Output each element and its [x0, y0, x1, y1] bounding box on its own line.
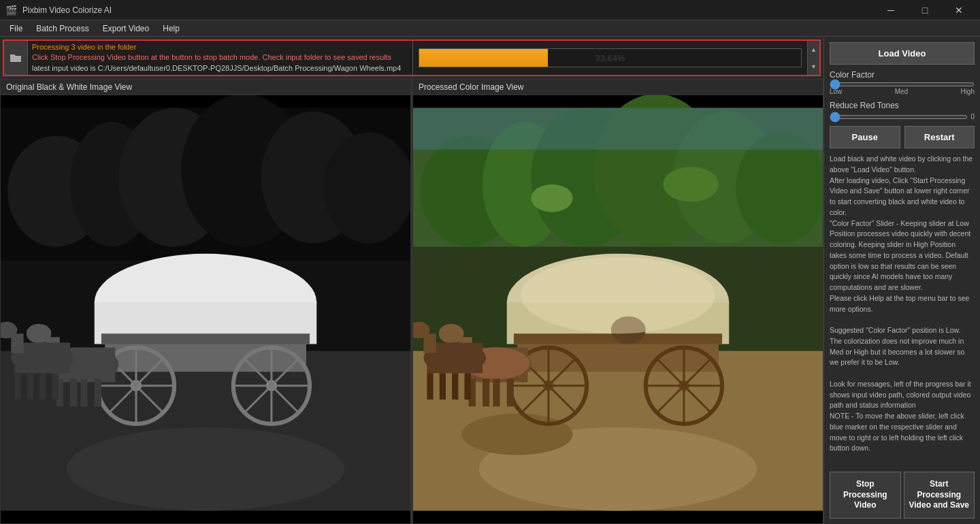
start-processing-label: Start ProcessingVideo and Save — [909, 479, 969, 510]
right-panel: Load Video Color Factor Low Med High Red… — [823, 37, 980, 524]
color-factor-slider[interactable] — [830, 82, 975, 86]
images-area: Original Black & White Image View — [0, 79, 823, 524]
status-messages: Processing 3 video in the folder Click S… — [28, 41, 412, 75]
bw-image-panel: Original Black & White Image View — [0, 79, 411, 524]
svg-rect-86 — [440, 373, 446, 399]
titlebar-left: 🎬 Pixbim Video Colorize AI — [5, 5, 112, 16]
close-button[interactable]: ✕ — [943, 0, 975, 20]
svg-rect-32 — [80, 379, 87, 407]
svg-point-51 — [663, 167, 719, 201]
scroll-down-button[interactable]: ▼ — [808, 58, 819, 75]
status-line-3: latest input video is C:/Users/defaultus… — [32, 63, 408, 73]
svg-point-50 — [531, 184, 572, 212]
color-factor-title: Color Factor — [830, 70, 975, 80]
progress-area: 33.64% — [412, 41, 807, 75]
svg-rect-38 — [14, 373, 20, 399]
reduce-red-slider-row: 0 — [830, 113, 975, 120]
status-bar: Processing 3 video in the folder Click S… — [3, 39, 821, 76]
titlebar: 🎬 Pixbim Video Colorize AI ─ □ ✕ — [0, 0, 980, 20]
bottom-actions: Stop ProcessingVideo Start ProcessingVid… — [830, 472, 975, 519]
scroll-up-button[interactable]: ▲ — [808, 41, 819, 58]
progress-bar-container: 33.64% — [419, 48, 802, 67]
med-label: Med — [895, 88, 908, 95]
scroll-buttons: ▲ ▼ — [807, 41, 819, 75]
color-panel-content — [413, 95, 823, 523]
svg-rect-78 — [483, 379, 489, 407]
status-line-1: Processing 3 video in the folder — [32, 42, 408, 52]
reduce-red-title: Reduce Red Tones — [830, 101, 975, 110]
color-factor-section: Color Factor Low Med High — [830, 70, 975, 95]
svg-rect-85 — [427, 373, 433, 399]
minimize-button[interactable]: ─ — [875, 0, 906, 20]
color-factor-slider-row — [830, 82, 975, 86]
titlebar-title: Pixbim Video Colorize AI — [22, 5, 112, 15]
svg-rect-31 — [70, 379, 77, 407]
color-panel-header: Processed Color Image View — [413, 80, 823, 95]
svg-point-9 — [67, 427, 344, 510]
color-wagon-image — [413, 95, 823, 523]
load-video-button[interactable]: Load Video — [830, 42, 975, 65]
stop-processing-label: Stop ProcessingVideo — [843, 479, 887, 510]
bw-panel-header: Original Black & White Image View — [1, 80, 410, 95]
bw-panel-content — [1, 95, 410, 523]
maximize-button[interactable]: □ — [909, 0, 941, 20]
pause-button[interactable]: Pause — [830, 126, 900, 148]
help-text: Load black and white video by clicking o… — [830, 154, 975, 466]
svg-rect-87 — [452, 373, 458, 399]
start-processing-button[interactable]: Start ProcessingVideo and Save — [904, 472, 975, 519]
pause-restart-row: Pause Restart — [830, 126, 975, 148]
svg-point-75 — [439, 324, 464, 344]
reduce-red-slider[interactable] — [830, 115, 968, 119]
low-label: Low — [830, 88, 842, 95]
bw-wagon-image — [1, 95, 410, 523]
svg-rect-13 — [101, 333, 310, 344]
restart-button[interactable]: Restart — [904, 126, 975, 148]
svg-rect-41 — [52, 373, 59, 399]
folder-icon — [10, 52, 22, 63]
menu-export-video[interactable]: Export Video — [96, 22, 157, 35]
menubar: File Batch Process Export Video Help — [0, 20, 980, 37]
progress-bar-fill — [419, 49, 548, 67]
svg-rect-40 — [39, 373, 46, 399]
svg-point-90 — [521, 257, 715, 333]
svg-rect-80 — [507, 379, 514, 407]
reduce-red-value: 0 — [970, 113, 975, 120]
stop-processing-button[interactable]: Stop ProcessingVideo — [830, 472, 901, 519]
menu-batch-process[interactable]: Batch Process — [29, 22, 95, 35]
main-layout: Processing 3 video in the folder Click S… — [0, 37, 980, 524]
menu-help[interactable]: Help — [156, 22, 186, 35]
svg-rect-89 — [413, 108, 823, 150]
high-label: High — [960, 88, 975, 95]
svg-point-29 — [27, 324, 52, 344]
color-image-panel: Processed Color Image View — [412, 79, 823, 524]
svg-rect-39 — [27, 373, 33, 399]
app-icon: 🎬 — [5, 5, 17, 16]
menu-file[interactable]: File — [3, 22, 29, 35]
svg-point-7 — [323, 132, 410, 243]
reduce-red-section: Reduce Red Tones 0 — [830, 101, 975, 120]
folder-button[interactable] — [4, 41, 28, 75]
progress-text: 33.64% — [595, 53, 625, 63]
titlebar-controls: ─ □ ✕ — [875, 0, 975, 20]
svg-rect-88 — [465, 373, 471, 399]
svg-rect-33 — [95, 379, 101, 407]
status-line-2: Click Stop Processing Video button at th… — [32, 52, 408, 63]
content-area: Processing 3 video in the folder Click S… — [0, 37, 823, 524]
svg-point-54 — [461, 414, 572, 455]
svg-rect-79 — [493, 379, 500, 407]
